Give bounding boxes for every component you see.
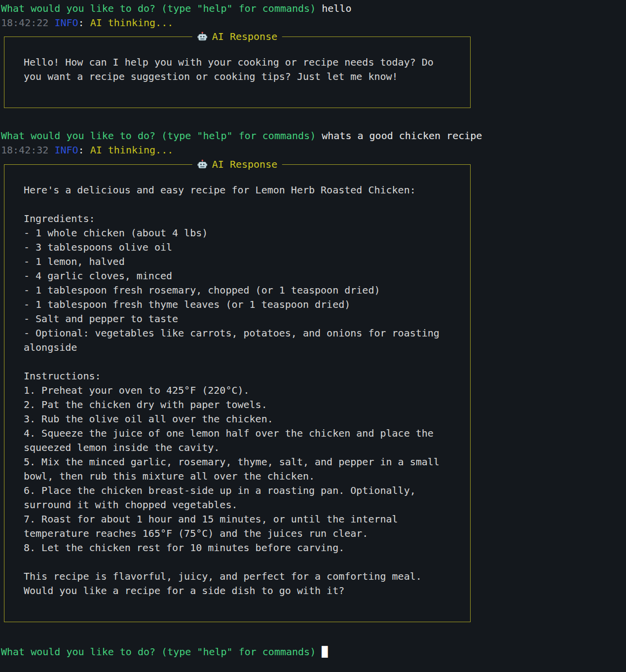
log-line-2: 18:42:32 INFO: AI thinking... — [1, 143, 626, 157]
robot-icon — [197, 159, 208, 170]
user-input-1: hello — [322, 2, 351, 14]
text-cursor[interactable]: █ — [322, 646, 328, 658]
terminal-screen: What would you like to do? (type "help" … — [0, 0, 626, 672]
ai-response-panel-2: AI Response Here's a delicious and easy … — [4, 164, 471, 622]
prompt-line-2: What would you like to do? (type "help" … — [1, 129, 626, 143]
prompt-question: What would you like to do? (type "help" … — [1, 646, 316, 658]
ai-response-panel-1: AI Response Hello! How can I help you wi… — [4, 37, 471, 108]
ai-response-text-2: Here's a delicious and easy recipe for L… — [4, 165, 470, 622]
log-separator: : — [78, 144, 84, 156]
log-level: INFO — [54, 17, 78, 29]
log-message: AI thinking... — [90, 17, 174, 29]
panel-title-label: AI Response — [212, 30, 277, 44]
user-input-2: whats a good chicken recipe — [322, 130, 482, 142]
prompt-line-1: What would you like to do? (type "help" … — [1, 1, 626, 16]
active-prompt-line[interactable]: What would you like to do? (type "help" … — [1, 645, 626, 659]
ai-response-text-1: Hello! How can I help you with your cook… — [4, 37, 470, 108]
panel-title-label: AI Response — [212, 157, 277, 172]
log-level: INFO — [54, 144, 78, 156]
log-line-1: 18:42:22 INFO: AI thinking... — [1, 16, 626, 30]
timestamp: 18:42:22 — [1, 17, 48, 29]
log-message: AI thinking... — [90, 144, 174, 156]
timestamp: 18:42:32 — [1, 144, 48, 156]
prompt-question: What would you like to do? (type "help" … — [1, 130, 316, 142]
prompt-question: What would you like to do? (type "help" … — [1, 2, 316, 14]
panel-title-2: AI Response — [192, 157, 282, 172]
log-separator: : — [78, 17, 84, 29]
panel-title-1: AI Response — [192, 30, 282, 44]
robot-icon — [197, 32, 208, 42]
